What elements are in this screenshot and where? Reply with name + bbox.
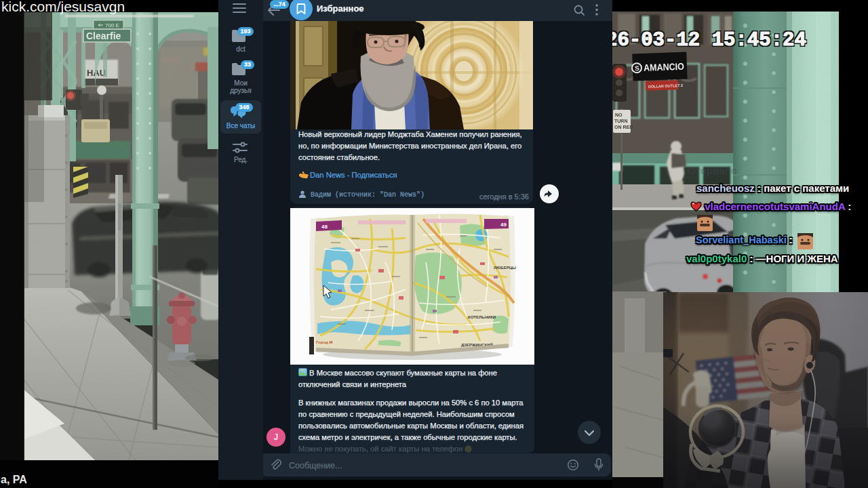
svg-text:49: 49: [500, 222, 507, 228]
svg-text:Город М: Город М: [316, 340, 333, 344]
svg-text:КОТЕЛЬНИКИ: КОТЕЛЬНИКИ: [468, 315, 496, 319]
svg-text:ЛЮБЕРЦЫ: ЛЮБЕРЦЫ: [494, 266, 516, 270]
svg-text:48: 48: [321, 224, 328, 230]
